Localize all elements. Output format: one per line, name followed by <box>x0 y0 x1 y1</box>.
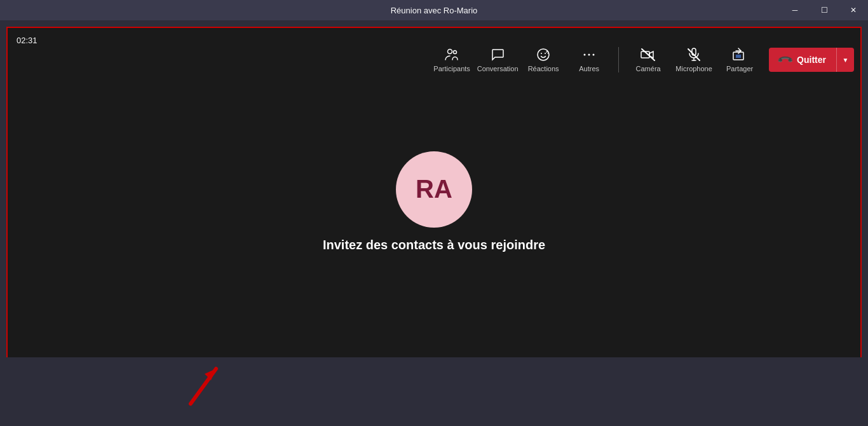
maximize-button[interactable]: ☐ <box>810 0 839 20</box>
conversation-label: Conversation <box>477 65 519 72</box>
svg-point-2 <box>538 49 549 60</box>
camera-button[interactable]: Caméra <box>627 38 670 82</box>
quit-dropdown-button[interactable]: ▼ <box>836 48 854 72</box>
title-bar: Réunion avec Ro-Mario ─ ☐ ✕ <box>0 0 868 20</box>
participants-icon <box>444 47 459 62</box>
quit-label: Quitter <box>797 55 826 65</box>
others-label: Autres <box>579 65 599 72</box>
arrow-icon <box>178 362 229 413</box>
window-controls: ─ ☐ ✕ <box>780 0 868 20</box>
toolbar-right-group: Caméra Microphone <box>627 38 761 82</box>
svg-point-0 <box>448 50 452 54</box>
svg-point-5 <box>584 54 586 56</box>
avatar: RA <box>396 151 472 228</box>
invite-text: Invitez des contacts à vous rejoindre <box>323 238 545 252</box>
avatar-initials: RA <box>416 175 452 203</box>
reactions-button[interactable]: Réactions <box>522 38 565 82</box>
toolbar-separator <box>618 47 619 72</box>
bottom-area <box>0 357 868 426</box>
svg-point-7 <box>593 54 595 56</box>
svg-marker-18 <box>205 369 216 380</box>
svg-point-3 <box>541 53 542 54</box>
call-timer: 02:31 <box>17 36 37 45</box>
camera-icon <box>641 47 656 62</box>
camera-label: Caméra <box>636 65 661 72</box>
svg-rect-16 <box>736 55 741 58</box>
meeting-container: 02:31 Participants <box>6 27 862 376</box>
minimize-button[interactable]: ─ <box>780 0 810 20</box>
more-button[interactable]: Autres <box>567 38 611 82</box>
microphone-button[interactable]: Microphone <box>672 38 715 82</box>
participants-label: Participants <box>433 65 470 72</box>
svg-line-8 <box>642 49 654 60</box>
chevron-down-icon: ▼ <box>843 57 849 64</box>
share-button[interactable]: Partager <box>718 38 761 82</box>
arrow-annotation <box>178 362 229 413</box>
participants-button[interactable]: Participants <box>430 38 473 82</box>
microphone-icon <box>686 47 702 62</box>
quit-button[interactable]: 📞 Quitter <box>769 48 836 72</box>
svg-point-6 <box>588 54 590 56</box>
conversation-button[interactable]: Conversation <box>476 38 519 82</box>
close-button[interactable]: ✕ <box>839 0 868 20</box>
svg-point-1 <box>454 51 457 54</box>
toolbar-left-group: Participants Conversation <box>430 38 611 82</box>
share-label: Partager <box>726 65 753 72</box>
close-icon: ✕ <box>850 6 857 15</box>
conversation-icon <box>490 47 505 62</box>
reactions-label: Réactions <box>528 65 559 72</box>
minimize-icon: ─ <box>792 6 798 15</box>
reactions-icon <box>536 47 551 62</box>
quit-button-group: 📞 Quitter ▼ <box>769 48 854 72</box>
maximize-icon: ☐ <box>821 6 828 15</box>
window-title: Réunion avec Ro-Mario <box>391 6 478 15</box>
phone-icon: 📞 <box>776 51 794 69</box>
meeting-toolbar: Participants Conversation <box>430 28 860 92</box>
microphone-label: Microphone <box>675 65 712 72</box>
svg-point-4 <box>545 53 546 54</box>
more-icon <box>581 47 597 62</box>
share-icon <box>732 47 747 62</box>
